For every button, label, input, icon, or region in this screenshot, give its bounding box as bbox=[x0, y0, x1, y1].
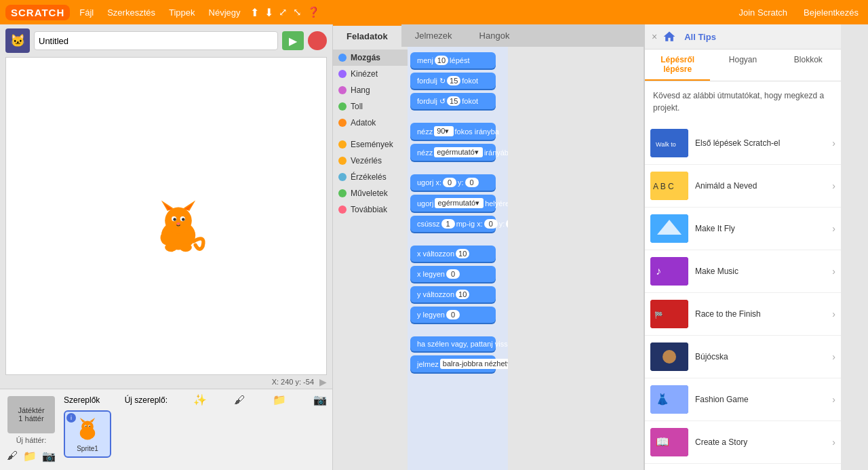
block-y-valtozzon[interactable]: y változzon 10 bbox=[410, 286, 496, 302]
tab-hangok[interactable]: Hangok bbox=[466, 24, 524, 47]
nav-file[interactable]: Fájl bbox=[75, 7, 98, 18]
tip-item-elso-lepesek[interactable]: Walk to Első lépések Scratch-el › bbox=[645, 122, 841, 165]
tips-all-tips-link[interactable]: All Tips bbox=[684, 32, 716, 42]
svg-point-19 bbox=[85, 425, 87, 427]
cat-esemenyek[interactable]: Események bbox=[333, 136, 408, 153]
block-x-leg-input[interactable]: 0 bbox=[446, 269, 460, 279]
stage-backdrop-thumb[interactable]: Játéktér 1 háttér bbox=[7, 396, 55, 433]
upload-icon[interactable]: ⬆ bbox=[250, 6, 259, 19]
cat-adatok-label: Adatok bbox=[351, 118, 376, 128]
block-fordulj-l-input[interactable]: 15 bbox=[447, 96, 460, 106]
download-icon[interactable]: ⬇ bbox=[264, 6, 273, 19]
block-x-legyen[interactable]: x legyen 0 bbox=[410, 266, 496, 282]
backdrop-upload-btn[interactable]: 📁 bbox=[22, 448, 38, 464]
block-fordulj-r-text: fordulj ↻ bbox=[417, 77, 446, 85]
block-nezz-fok[interactable]: nézz 90▾ fokos irányba bbox=[410, 123, 496, 140]
block-fordulj-left[interactable]: fordulj ↺ 15 fokot bbox=[410, 93, 496, 109]
cat-esemenyek-label: Események bbox=[351, 140, 393, 149]
nav-edit[interactable]: Szerkesztés bbox=[103, 7, 159, 18]
new-sprite-star-btn[interactable]: ✨ bbox=[192, 392, 208, 408]
block-x-valtozzon[interactable]: x változzon 10 bbox=[410, 246, 496, 262]
block-ugorj-y-input[interactable]: 0 bbox=[465, 178, 479, 187]
tab-feladatok[interactable]: Feladatok bbox=[333, 24, 401, 47]
block-jelmez[interactable]: jelmez balra-jobbra nézhet▾ bbox=[410, 355, 496, 372]
cat-thumbnail-icon: 🐱 bbox=[10, 33, 25, 48]
cat-adatok[interactable]: Adatok bbox=[333, 115, 408, 131]
tip-item-animald[interactable]: A B C Animáld a Neved › bbox=[645, 165, 841, 208]
block-fordulj-r-input[interactable]: 15 bbox=[447, 76, 460, 85]
block-y-leg-text: y legyen bbox=[417, 311, 445, 319]
block-fordulj-right[interactable]: fordulj ↻ 15 fokot bbox=[410, 73, 496, 89]
cat-vezérles[interactable]: Vezérlés bbox=[333, 153, 408, 169]
block-ha-szelen[interactable]: ha szélen vagy, pattanj vissza bbox=[410, 336, 496, 351]
cat-motion[interactable]: Mozgás bbox=[333, 50, 408, 66]
block-menj-text: menj bbox=[417, 56, 433, 64]
red-stop-button[interactable] bbox=[308, 31, 327, 50]
block-y-val-input[interactable]: 10 bbox=[456, 290, 469, 299]
tip-item-race[interactable]: 🏁 Race to the Finish › bbox=[645, 293, 841, 336]
tips-subtab-howto[interactable]: Hogyan bbox=[710, 50, 775, 81]
backdrop-paint-btn[interactable]: 🖌 bbox=[5, 448, 19, 464]
block-nezz-fok-dropdown[interactable]: 90▾ bbox=[434, 126, 453, 136]
nav-tips[interactable]: Tippek bbox=[165, 7, 199, 18]
svg-point-9 bbox=[182, 218, 185, 221]
tip-title-7: Fashion Game bbox=[695, 395, 832, 404]
block-menj-input[interactable]: 10 bbox=[435, 56, 448, 65]
block-y-leg-input[interactable]: 0 bbox=[446, 310, 460, 319]
signin-link[interactable]: Bejelentkezés bbox=[800, 7, 863, 18]
sprite-item-sprite1[interactable]: i Sprite1 bbox=[64, 410, 111, 458]
tips-intro-text: Kövesd az alábbi útmutatókat, hogy megke… bbox=[645, 81, 841, 122]
block-y-val-text: y változzon bbox=[417, 290, 454, 298]
cat-toll[interactable]: Toll bbox=[333, 98, 408, 115]
block-ugorj-eger[interactable]: ugorj egérmutató▾ helyére bbox=[410, 195, 496, 212]
block-nezz-eger-dropdown[interactable]: egérmutató▾ bbox=[434, 147, 483, 157]
fullscreen-icon[interactable]: ⤢ bbox=[279, 6, 288, 18]
tip-item-make-it-fly[interactable]: Make It Fly › bbox=[645, 208, 841, 250]
sprite-cat bbox=[148, 197, 209, 260]
tips-close-button[interactable]: × bbox=[652, 31, 657, 42]
join-scratch-link[interactable]: Join Scratch bbox=[735, 7, 792, 18]
cat-esemenyek-dot bbox=[338, 140, 347, 149]
new-sprite-paint-btn[interactable]: 🖌 bbox=[233, 393, 246, 408]
svg-text:🏁: 🏁 bbox=[654, 311, 663, 319]
block-jelmez-dropdown[interactable]: balra-jobbra nézhet▾ bbox=[440, 359, 508, 369]
tip-item-create-story[interactable]: 📖 Create a Story › bbox=[645, 421, 841, 464]
tab-jelmezek[interactable]: Jelmezek bbox=[401, 24, 466, 47]
new-sprite-photo-btn[interactable]: 📷 bbox=[312, 392, 328, 408]
tip-item-make-music[interactable]: ♪ Make Music › bbox=[645, 250, 841, 293]
tips-subtab-blocks[interactable]: Blokkok bbox=[776, 50, 841, 81]
block-menj[interactable]: menj 10 lépést bbox=[410, 52, 496, 68]
green-flag-button[interactable]: ▶ bbox=[282, 31, 304, 50]
resize-icon[interactable]: ⤡ bbox=[293, 6, 302, 18]
block-y-legyen[interactable]: y legyen 0 bbox=[410, 307, 496, 323]
block-csussz-x-input[interactable]: 0 bbox=[484, 219, 498, 229]
new-sprite-upload-btn[interactable]: 📁 bbox=[271, 392, 288, 408]
block-csussz-t-input[interactable]: 1 bbox=[441, 219, 455, 229]
block-ugorj-xy[interactable]: ugorj x: 0 y: 0 bbox=[410, 174, 496, 191]
cat-motion-dot bbox=[338, 54, 347, 62]
block-x-val-input[interactable]: 10 bbox=[456, 249, 469, 258]
cat-kinezet[interactable]: Kinézet bbox=[333, 66, 408, 82]
project-name-input[interactable]: Untitled bbox=[34, 31, 278, 50]
help-icon[interactable]: ❓ bbox=[307, 6, 320, 18]
nav-about[interactable]: Névjegy bbox=[205, 7, 245, 18]
tip-thumb-7: 👗 bbox=[650, 385, 688, 414]
cat-toll-dot bbox=[338, 102, 347, 111]
block-csussz[interactable]: csússz 1 mp-ig x: 0 y: 0 bbox=[410, 216, 496, 232]
cat-tovabbi[interactable]: Továbbiak bbox=[333, 201, 408, 218]
backdrop-photo-btn[interactable]: 📷 bbox=[41, 448, 57, 464]
block-x-val-text: x változzon bbox=[417, 250, 454, 258]
tips-subtab-stepbystep[interactable]: Lépésről lépésre bbox=[645, 50, 710, 81]
cat-adatok-dot bbox=[338, 119, 347, 127]
block-nezz-eger[interactable]: nézz egérmutató▾ irányába bbox=[410, 144, 496, 161]
tip-item-bujocska[interactable]: Bújócska › bbox=[645, 336, 841, 378]
tip-item-fashion-game[interactable]: 👗 Fashion Game › bbox=[645, 378, 841, 421]
svg-text:👗: 👗 bbox=[656, 393, 669, 406]
svg-point-20 bbox=[89, 425, 90, 427]
block-ugorj-eger-dropdown[interactable]: egérmutató▾ bbox=[435, 198, 484, 208]
block-ugorj-x-input[interactable]: 0 bbox=[443, 178, 456, 187]
cat-muveletek[interactable]: Műveletek bbox=[333, 185, 408, 201]
block-nezz-fok-suffix: fokos irányba bbox=[455, 128, 499, 136]
cat-erzekeles[interactable]: Érzékelés bbox=[333, 169, 408, 185]
cat-hang[interactable]: Hang bbox=[333, 82, 408, 98]
